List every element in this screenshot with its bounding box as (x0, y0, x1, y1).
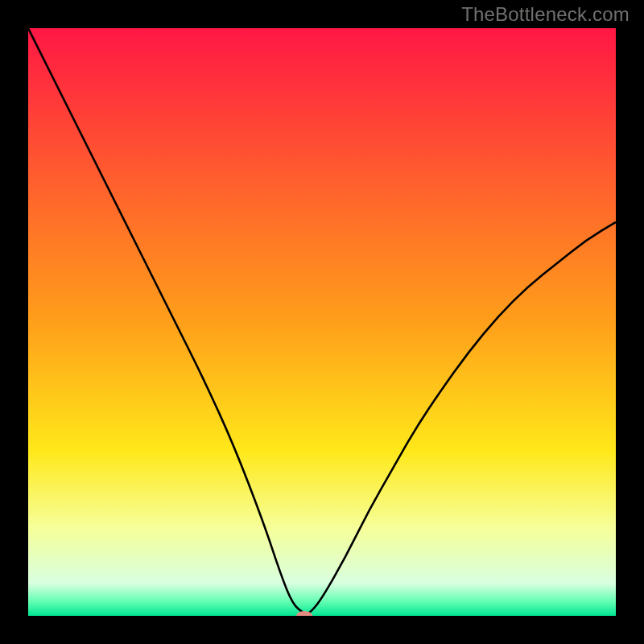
chart-svg (28, 28, 616, 616)
chart-frame: TheBottleneck.com (0, 0, 644, 644)
plot-area (28, 28, 616, 616)
gradient-background (28, 28, 616, 616)
watermark-text: TheBottleneck.com (461, 3, 630, 26)
